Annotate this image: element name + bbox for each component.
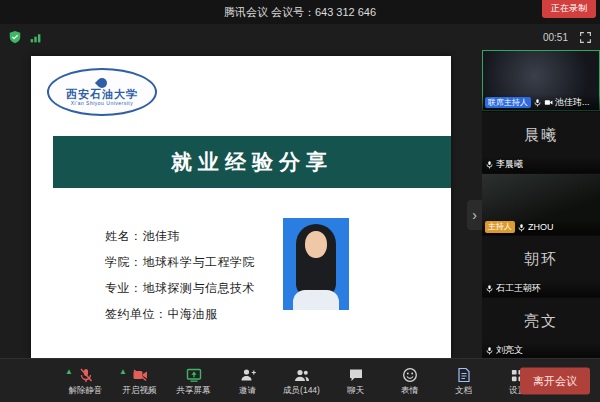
title-bar: 腾讯会议 会议号：643 312 646 正在录制 <box>0 0 600 24</box>
participant-avatar-label: 朝环 <box>482 250 600 269</box>
university-name-en: Xi'an Shiyou University <box>71 101 133 106</box>
participant-avatar-label: 晨曦 <box>482 126 600 145</box>
docs-button[interactable]: 文档 <box>440 367 487 395</box>
university-name-cn: 西安石油大学 <box>66 89 138 100</box>
info-name: 姓名：池佳玮 <box>105 228 255 245</box>
chat-icon <box>347 367 364 384</box>
slide-title-banner: 就业经验分享 <box>53 136 451 188</box>
participant-name: 池佳玮... <box>555 96 590 109</box>
shared-screen-stage: 西安石油大学 Xi'an Shiyou University 就业经验分享 姓名… <box>0 50 482 358</box>
participant-tile[interactable]: 联席主持人 池佳玮... <box>482 50 600 111</box>
status-bar: 00:51 <box>0 24 600 50</box>
participant-name: ZHOU <box>528 222 554 232</box>
participant-tile-bar: 联席主持人 池佳玮... <box>482 94 600 111</box>
main-area: 西安石油大学 Xi'an Shiyou University 就业经验分享 姓名… <box>0 50 600 358</box>
emoji-icon <box>401 367 418 384</box>
invite-button[interactable]: 邀请 <box>224 367 271 395</box>
leave-meeting-button[interactable]: 离开会议 <box>520 367 590 394</box>
mic-icon <box>485 346 494 355</box>
participant-tile-bar: 主持人 ZHOU <box>482 219 600 235</box>
info-employer: 签约单位：中海油服 <box>105 306 255 323</box>
camera-icon <box>544 98 553 107</box>
participant-tile[interactable]: 晨曦 李晨曦 <box>482 112 600 173</box>
slide-title: 就业经验分享 <box>171 148 333 176</box>
person-add-icon <box>239 367 256 384</box>
host-badge: 主持人 <box>485 221 515 233</box>
id-photo <box>283 218 349 310</box>
info-college: 学院：地球科学与工程学院 <box>105 254 255 271</box>
mic-icon <box>517 223 526 232</box>
camera-label: 开启视频 <box>123 386 157 395</box>
security-shield-icon[interactable] <box>8 30 22 44</box>
participant-tile[interactable]: 主持人 ZHOU <box>482 174 600 235</box>
members-button[interactable]: 成员(144) <box>278 367 325 395</box>
camera-options-caret[interactable]: ▲ <box>119 368 127 376</box>
camera-muted-icon <box>131 367 148 384</box>
docs-label: 文档 <box>455 386 472 395</box>
id-photo-body <box>293 290 339 310</box>
co-host-badge: 联席主持人 <box>485 97 531 109</box>
camera-button[interactable]: ▲ 开启视频 <box>116 367 163 395</box>
university-logo: 西安石油大学 Xi'an Shiyou University <box>47 68 157 116</box>
meeting-title: 腾讯会议 会议号：643 312 646 <box>224 5 376 20</box>
participant-sidebar: 联席主持人 池佳玮... 晨曦 李晨曦 主持人 ZHOU <box>482 50 600 358</box>
share-screen-button[interactable]: 共享屏幕 <box>170 367 217 395</box>
presentation-slide: 西安石油大学 Xi'an Shiyou University 就业经验分享 姓名… <box>31 56 451 358</box>
mute-button[interactable]: ▲ 解除静音 <box>62 367 109 395</box>
chat-button[interactable]: 聊天 <box>332 367 379 395</box>
invite-label: 邀请 <box>239 386 256 395</box>
mic-options-caret[interactable]: ▲ <box>65 368 73 376</box>
emoji-button[interactable]: 表情 <box>386 367 433 395</box>
chat-label: 聊天 <box>347 386 364 395</box>
participant-tile-bar: 石工王朝环 <box>482 280 600 297</box>
participant-tile[interactable]: 亮文 刘亮文 <box>482 298 600 358</box>
participant-name: 刘亮文 <box>496 344 523 357</box>
info-major: 专业：地球探测与信息技术 <box>105 280 255 297</box>
id-photo-face <box>305 231 327 258</box>
mic-muted-icon <box>77 367 94 384</box>
bottom-toolbar: ▲ 解除静音 ▲ 开启视频 共享屏幕 邀请 <box>0 358 600 402</box>
participant-name: 李晨曦 <box>496 158 523 171</box>
participant-tile[interactable]: 朝环 石工王朝环 <box>482 236 600 297</box>
emoji-label: 表情 <box>401 386 418 395</box>
mic-icon <box>533 98 542 107</box>
document-icon <box>455 367 472 384</box>
members-icon <box>293 367 310 384</box>
participant-name: 石工王朝环 <box>496 282 541 295</box>
participant-tile-bar: 刘亮文 <box>482 342 600 358</box>
participant-tile-bar: 李晨曦 <box>482 156 600 173</box>
participant-avatar-label: 亮文 <box>482 312 600 331</box>
members-label: 成员(144) <box>283 386 320 395</box>
share-screen-icon <box>185 367 202 384</box>
mute-label: 解除静音 <box>69 386 103 395</box>
fullscreen-icon[interactable] <box>578 30 592 44</box>
mic-icon <box>485 284 494 293</box>
share-screen-label: 共享屏幕 <box>177 386 211 395</box>
mic-icon <box>485 160 494 169</box>
recording-badge[interactable]: 正在录制 <box>542 0 596 18</box>
sidebar-collapse-chevron[interactable]: › <box>467 200 482 230</box>
meeting-window: 腾讯会议 会议号：643 312 646 正在录制 00:51 西安石油大学 X… <box>0 0 600 402</box>
slide-info-block: 姓名：池佳玮 学院：地球科学与工程学院 专业：地球探测与信息技术 签约单位：中海… <box>105 228 255 332</box>
network-signal-icon[interactable] <box>28 30 42 44</box>
meeting-timer: 00:51 <box>543 32 568 43</box>
